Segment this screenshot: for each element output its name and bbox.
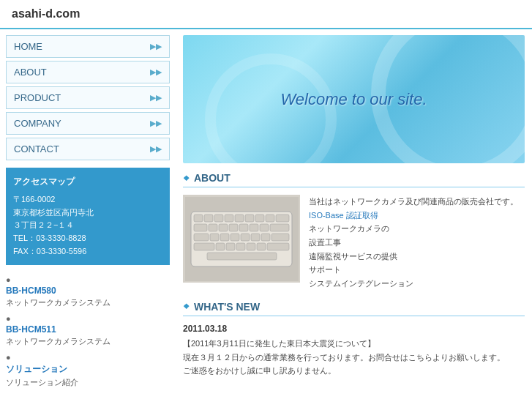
svg-rect-32 xyxy=(257,243,266,250)
svg-rect-33 xyxy=(267,243,289,250)
about-label: ABOUT xyxy=(194,172,231,184)
info-line: TEL：03-3330-8828 xyxy=(13,232,162,245)
site-title-link[interactable]: asahi-d.com xyxy=(12,7,80,20)
svg-rect-8 xyxy=(255,215,264,222)
main-content: Welcome to our site. ❖ ABOUT xyxy=(176,29,532,397)
nav-label: HOME xyxy=(14,41,42,52)
product-desc: ネットワークカメラシステム xyxy=(6,297,170,308)
hero-text: Welcome to our site. xyxy=(280,90,427,109)
svg-rect-26 xyxy=(271,234,289,241)
nav-item-home[interactable]: HOME▶▶ xyxy=(6,35,170,58)
svg-rect-12 xyxy=(209,224,217,231)
nav-menu: HOME▶▶ABOUT▶▶PRODUCT▶▶COMPANY▶▶CONTACT▶▶ xyxy=(6,35,170,160)
whatsnew-diamond: ❖ xyxy=(183,302,190,310)
svg-rect-11 xyxy=(194,224,207,231)
product-link[interactable]: BB-HCM511 xyxy=(6,324,170,335)
news-body: 【2011年3月11日に発生した東日本大震災について】現在３月１２日からの通常業… xyxy=(183,337,525,378)
about-text-line: システムインテグレーション xyxy=(309,277,518,291)
info-box: アクセスマップ 〒166-0002東京都杉並区高円寺北３丁目２２−１４TEL：0… xyxy=(6,168,170,265)
about-text-line: サポート xyxy=(309,263,518,277)
hero-banner: Welcome to our site. xyxy=(183,35,525,163)
nav-arrow: ▶▶ xyxy=(150,67,162,77)
svg-rect-17 xyxy=(260,224,269,231)
about-image xyxy=(183,195,300,283)
about-text-line: 遠隔監視サービスの提供 xyxy=(309,250,518,264)
nav-item-contact[interactable]: CONTACT▶▶ xyxy=(6,138,170,160)
nav-label: COMPANY xyxy=(14,118,61,129)
about-diamond: ❖ xyxy=(183,174,190,182)
svg-rect-4 xyxy=(214,215,223,222)
nav-arrow: ▶▶ xyxy=(150,42,162,51)
product-bullet: ● xyxy=(6,353,170,362)
svg-rect-14 xyxy=(229,224,238,231)
svg-rect-5 xyxy=(225,215,233,222)
about-text-line: ISO-Base 認証取得 xyxy=(309,209,518,223)
svg-rect-16 xyxy=(250,224,258,231)
product-link[interactable]: ソリューション xyxy=(6,363,170,376)
info-line: 〒166-0002 xyxy=(13,193,162,206)
about-text-line: 設置工事 xyxy=(309,236,518,250)
info-lines: 〒166-0002東京都杉並区高円寺北３丁目２２−１４TEL：03-3330-8… xyxy=(13,193,162,258)
svg-rect-19 xyxy=(194,234,209,241)
nav-arrow: ▶▶ xyxy=(150,119,162,128)
about-content: 当社はネットワークカメラ及び関連商品の販売会社です。ISO-Base 認証取得ネ… xyxy=(183,195,525,291)
svg-rect-25 xyxy=(261,234,270,241)
svg-rect-23 xyxy=(241,234,250,241)
svg-rect-31 xyxy=(247,243,255,250)
product-desc: ソリューション紹介 xyxy=(6,377,170,388)
about-text: 当社はネットワークカメラ及び関連商品の販売会社です。ISO-Base 認証取得ネ… xyxy=(309,195,518,291)
product-bullet: ● xyxy=(6,314,170,323)
info-line: 東京都杉並区高円寺北 xyxy=(13,206,162,220)
product-bullet: ● xyxy=(6,275,170,284)
nav-item-about[interactable]: ABOUT▶▶ xyxy=(6,61,170,83)
product-link[interactable]: BB-HCM580 xyxy=(6,286,170,296)
svg-rect-15 xyxy=(239,224,248,231)
about-text-line: ネットワークカメラの xyxy=(309,222,518,236)
nav-arrow: ▶▶ xyxy=(150,144,162,154)
news-date: 2011.03.18 xyxy=(183,324,525,334)
info-title: アクセスマップ xyxy=(13,175,162,189)
about-section-title: ❖ ABOUT xyxy=(183,172,525,187)
whatsnew-label: WHAT'S NEW xyxy=(194,301,260,313)
nav-item-company[interactable]: COMPANY▶▶ xyxy=(6,112,170,135)
product-desc: ネットワークカメラシステム xyxy=(6,336,170,347)
header: asahi-d.com xyxy=(0,0,532,29)
info-line: FAX：03-3330-5596 xyxy=(13,245,162,258)
svg-rect-21 xyxy=(220,234,229,241)
svg-rect-34 xyxy=(207,253,277,260)
svg-rect-30 xyxy=(236,243,245,250)
svg-rect-29 xyxy=(226,243,235,250)
news-line: ご迷惑をおかけし誠に申し訳ありません。 xyxy=(183,364,525,378)
svg-rect-10 xyxy=(276,215,289,222)
svg-rect-27 xyxy=(194,243,214,250)
about-text-line: 当社はネットワークカメラ及び関連商品の販売会社です。 xyxy=(309,195,518,209)
svg-rect-22 xyxy=(231,234,239,241)
sidebar: HOME▶▶ABOUT▶▶PRODUCT▶▶COMPANY▶▶CONTACT▶▶… xyxy=(0,29,176,397)
news-line: 【2011年3月11日に発生した東日本大震災について】 xyxy=(183,337,525,351)
news-line: 現在３月１２日からの通常業務を行っております。お問合せはこちらよりお願いします。 xyxy=(183,351,525,365)
svg-rect-24 xyxy=(251,234,260,241)
svg-rect-9 xyxy=(266,215,274,222)
layout: HOME▶▶ABOUT▶▶PRODUCT▶▶COMPANY▶▶CONTACT▶▶… xyxy=(0,29,532,397)
svg-rect-28 xyxy=(216,243,225,250)
nav-label: ABOUT xyxy=(14,67,47,78)
products-section: ●BB-HCM580ネットワークカメラシステム●BB-HCM511ネットワークカ… xyxy=(6,272,170,397)
svg-rect-3 xyxy=(204,215,213,222)
svg-rect-7 xyxy=(245,215,254,222)
svg-rect-20 xyxy=(210,234,219,241)
nav-label: PRODUCT xyxy=(14,92,61,103)
product-items: ●BB-HCM580ネットワークカメラシステム●BB-HCM511ネットワークカ… xyxy=(6,275,170,388)
nav-item-product[interactable]: PRODUCT▶▶ xyxy=(6,86,170,109)
info-line: ３丁目２２−１４ xyxy=(13,219,162,232)
svg-rect-6 xyxy=(235,215,244,222)
whatsnew-section: ❖ WHAT'S NEW 2011.03.18 【2011年3月11日に発生した… xyxy=(183,301,525,378)
svg-rect-2 xyxy=(194,215,203,222)
svg-rect-18 xyxy=(270,224,289,231)
nav-label: CONTACT xyxy=(14,143,59,154)
whatsnew-title: ❖ WHAT'S NEW xyxy=(183,301,525,316)
svg-rect-13 xyxy=(219,224,228,231)
nav-arrow: ▶▶ xyxy=(150,93,162,102)
